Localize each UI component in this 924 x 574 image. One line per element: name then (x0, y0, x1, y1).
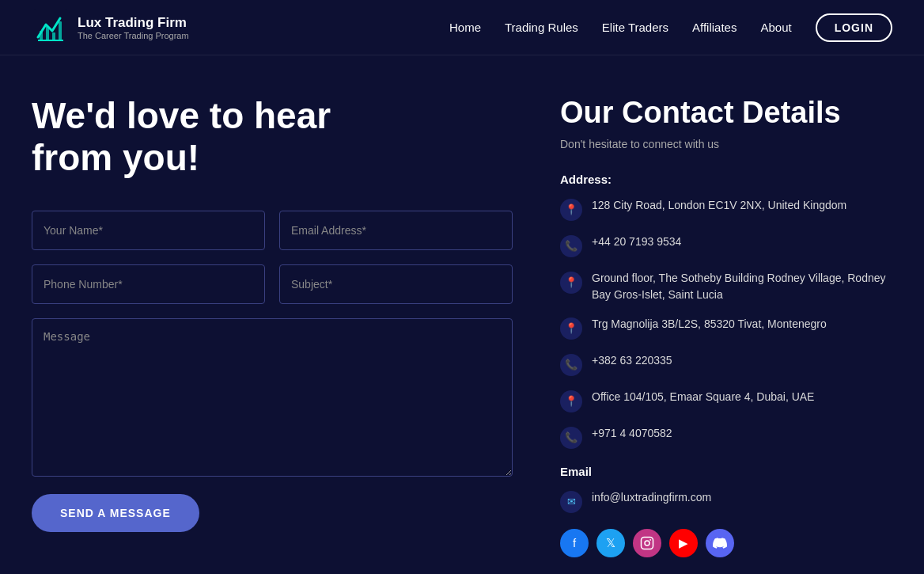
form-row-1 (32, 211, 513, 250)
location-icon-1: 📍 (560, 199, 582, 221)
login-button[interactable]: LOGIN (816, 13, 892, 42)
svg-rect-6 (642, 537, 653, 549)
logo-area: Lux Trading Firm The Career Trading Prog… (32, 9, 189, 47)
social-icons: f 𝕏 ▶ (560, 529, 892, 557)
phone-input[interactable] (32, 264, 265, 304)
email-icon: ✉ (560, 491, 582, 513)
name-field-wrapper (32, 211, 265, 250)
contact-subtitle: Don't hesitate to connect with us (560, 138, 892, 150)
phone-montenegro: +382 63 220335 (592, 352, 672, 369)
address-label: Address: (560, 173, 892, 186)
svg-point-8 (649, 539, 651, 541)
nav-about[interactable]: About (760, 21, 791, 34)
main-nav: Home Trading Rules Elite Traders Affilia… (449, 13, 892, 42)
header: Lux Trading Firm The Career Trading Prog… (0, 0, 924, 55)
right-section: Our Contact Details Don't hesitate to co… (560, 95, 892, 557)
address-dubai: Office 104/105, Emaar Square 4, Dubai, U… (592, 389, 814, 405)
contact-item-phone-montenegro: 📞 +382 63 220335 (560, 352, 892, 376)
svg-point-7 (645, 541, 649, 545)
phone-dubai: +971 4 4070582 (592, 425, 672, 442)
message-textarea[interactable] (32, 318, 513, 477)
contact-item-dubai: 📍 Office 104/105, Emaar Square 4, Dubai,… (560, 389, 892, 412)
phone-icon-3: 📞 (560, 427, 582, 449)
facebook-button[interactable]: f (560, 529, 589, 557)
email-label: Email (560, 465, 892, 478)
nav-elite-traders[interactable]: Elite Traders (602, 21, 668, 34)
name-input[interactable] (32, 211, 265, 250)
svg-rect-3 (46, 26, 49, 40)
location-icon-4: 📍 (560, 390, 582, 412)
phone-london: +44 20 7193 9534 (592, 234, 681, 250)
left-section: We'd love to hear from you! SEND A MESSA… (32, 95, 513, 557)
address-london: 128 City Road, London EC1V 2NX, United K… (592, 197, 846, 214)
email-input[interactable] (279, 211, 513, 250)
svg-rect-4 (52, 32, 55, 40)
phone-icon-2: 📞 (560, 354, 582, 376)
address-saint-lucia: Ground floor, The Sotheby Building Rodne… (592, 270, 892, 303)
instagram-button[interactable] (633, 529, 661, 557)
contact-item-saint-lucia: 📍 Ground floor, The Sotheby Building Rod… (560, 270, 892, 303)
email-field-wrapper (279, 211, 513, 250)
email-address: info@luxtradingfirm.com (592, 489, 711, 506)
message-field-wrapper (32, 318, 513, 480)
contact-item-montenegro: 📍 Trg Magnolija 3B/L2S, 85320 Tivat, Mon… (560, 316, 892, 340)
twitter-button[interactable]: 𝕏 (596, 529, 625, 557)
logo-tagline: The Career Trading Program (78, 31, 189, 40)
subject-input[interactable] (279, 264, 513, 304)
phone-icon-1: 📞 (560, 235, 582, 257)
address-montenegro: Trg Magnolija 3B/L2S, 85320 Tivat, Monte… (592, 316, 827, 333)
logo-text: Lux Trading Firm The Career Trading Prog… (78, 15, 189, 40)
location-icon-2: 📍 (560, 272, 582, 294)
page-heading: We'd love to hear from you! (32, 95, 513, 179)
send-button[interactable]: SEND A MESSAGE (32, 494, 199, 532)
subject-field-wrapper (279, 264, 513, 304)
nav-affiliates[interactable]: Affiliates (692, 21, 737, 34)
logo-icon (32, 9, 70, 47)
svg-rect-5 (59, 21, 62, 40)
contact-item-london: 📍 128 City Road, London EC1V 2NX, United… (560, 197, 892, 221)
nav-trading-rules[interactable]: Trading Rules (505, 21, 578, 34)
location-icon-3: 📍 (560, 317, 582, 340)
youtube-button[interactable]: ▶ (669, 529, 698, 557)
logo-name: Lux Trading Firm (78, 15, 189, 31)
discord-button[interactable] (706, 529, 734, 557)
form-row-2 (32, 264, 513, 304)
nav-home[interactable]: Home (449, 21, 481, 34)
svg-rect-2 (40, 31, 43, 40)
contact-item-phone-london: 📞 +44 20 7193 9534 (560, 234, 892, 257)
main-content: We'd love to hear from you! SEND A MESSA… (0, 55, 924, 574)
contact-item-phone-dubai: 📞 +971 4 4070582 (560, 425, 892, 449)
phone-field-wrapper (32, 264, 265, 304)
contact-title: Our Contact Details (560, 95, 892, 131)
contact-item-email: ✉ info@luxtradingfirm.com (560, 489, 892, 513)
